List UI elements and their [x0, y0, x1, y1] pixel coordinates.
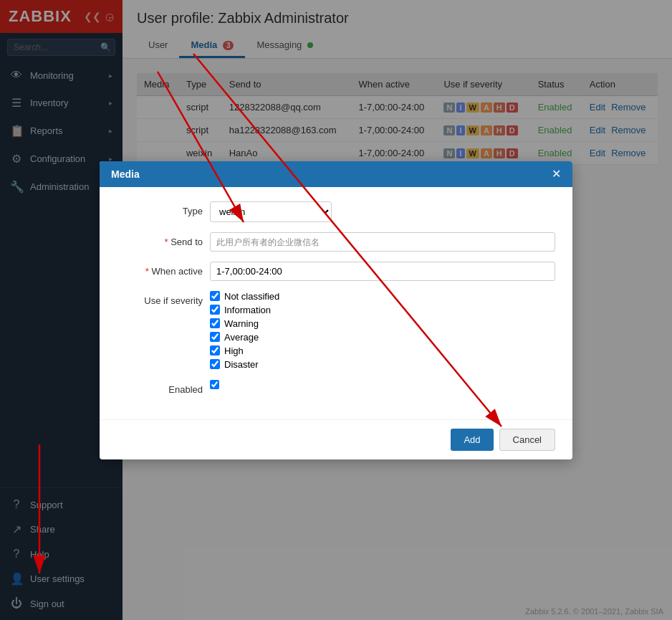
list-item: Warning — [210, 318, 555, 329]
when-active-label: When active — [117, 262, 203, 277]
send-to-label: Send to — [117, 232, 203, 247]
type-select[interactable]: weixin script email — [210, 201, 332, 222]
not-classified-checkbox[interactable] — [210, 291, 220, 301]
list-item: High — [210, 345, 555, 356]
modal-overlay: Media ✕ Type weixin script email Send to — [0, 0, 672, 620]
type-control: weixin script email — [210, 201, 555, 222]
type-label: Type — [117, 201, 203, 216]
severity-list: Not classified Information Warning — [210, 291, 555, 370]
warning-label: Warning — [224, 318, 259, 329]
list-item: Disaster — [210, 359, 555, 370]
average-label: Average — [224, 332, 259, 343]
when-active-control — [210, 262, 555, 281]
list-item: Not classified — [210, 291, 555, 302]
list-item: Average — [210, 332, 555, 343]
information-label: Information — [224, 305, 271, 315]
send-to-input[interactable] — [210, 232, 555, 252]
information-checkbox[interactable] — [210, 305, 220, 315]
list-item: Information — [210, 305, 555, 315]
modal-header: Media ✕ — [100, 161, 572, 187]
form-row-send-to: Send to — [117, 232, 555, 252]
modal-footer: Add Cancel — [100, 419, 572, 459]
disaster-label: Disaster — [224, 359, 259, 370]
modal-close-button[interactable]: ✕ — [552, 168, 561, 180]
send-to-control — [210, 232, 555, 252]
average-checkbox[interactable] — [210, 332, 220, 342]
severity-control: Not classified Information Warning — [210, 291, 555, 370]
enabled-control — [210, 380, 555, 391]
enabled-label: Enabled — [117, 380, 203, 395]
warning-checkbox[interactable] — [210, 318, 220, 328]
modal-add-button[interactable]: Add — [451, 429, 493, 451]
not-classified-label: Not classified — [224, 291, 279, 302]
high-label: High — [224, 345, 244, 356]
when-active-input[interactable] — [210, 262, 555, 281]
form-row-when-active: When active — [117, 262, 555, 281]
form-row-severity: Use if severity Not classified Informati… — [117, 291, 555, 370]
modal-cancel-button[interactable]: Cancel — [499, 429, 555, 451]
disaster-checkbox[interactable] — [210, 359, 220, 369]
high-checkbox[interactable] — [210, 345, 220, 356]
severity-label: Use if severity — [117, 291, 203, 306]
form-row-type: Type weixin script email — [117, 201, 555, 222]
media-modal: Media ✕ Type weixin script email Send to — [100, 161, 572, 459]
modal-title: Media — [111, 168, 140, 180]
modal-body: Type weixin script email Send to When — [100, 187, 572, 419]
form-row-enabled: Enabled — [117, 380, 555, 395]
enabled-checkbox[interactable] — [210, 380, 219, 389]
